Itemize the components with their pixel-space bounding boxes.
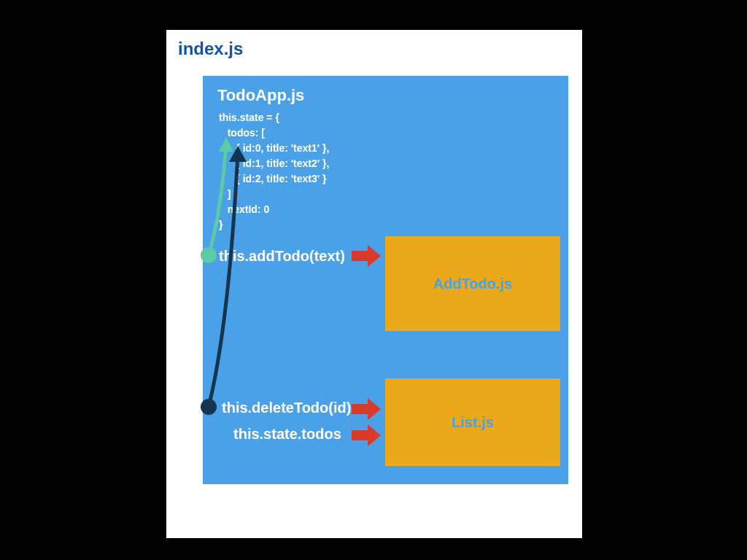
code-line: { id:1, title: 'text2' }, (219, 158, 329, 169)
label-deletetodo: this.deleteTodo(id) (222, 400, 351, 416)
label-state-todos: this.state.todos (233, 426, 341, 443)
state-code-block: this.state = { todos: [ { id:0, title: '… (219, 110, 329, 233)
code-line: nextId: 0 (219, 203, 269, 215)
code-line: { id:2, title: 'text3' } (219, 173, 326, 184)
child-addtodo-box: AddTodo.js (385, 236, 560, 331)
child-list-box: List.js (385, 378, 560, 466)
code-line: todos: [ (219, 127, 265, 139)
todoapp-title: TodoApp.js (217, 86, 304, 105)
child-list-label: List.js (452, 414, 494, 431)
index-title: index.js (178, 39, 243, 59)
code-line: } (219, 219, 222, 230)
code-line: ] , (219, 188, 236, 200)
child-addtodo-label: AddTodo.js (433, 276, 513, 292)
code-line: this.state = { (219, 112, 279, 123)
code-line: { id:0, title: 'text1' }, (219, 142, 329, 154)
label-addtodo: this.addTodo(text) (219, 248, 345, 265)
